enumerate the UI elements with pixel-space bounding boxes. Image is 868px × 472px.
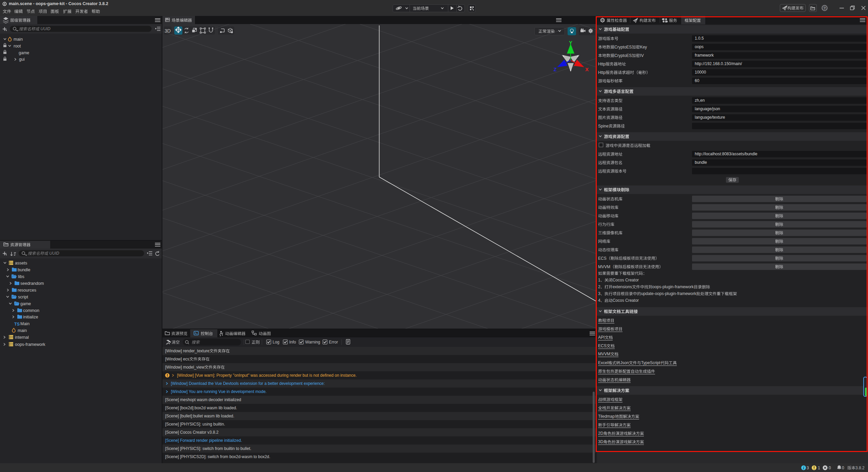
svg-text:?: ? [823,6,826,10]
svg-text:TS: TS [14,322,20,327]
svg-text:3D: 3D [165,28,171,34]
